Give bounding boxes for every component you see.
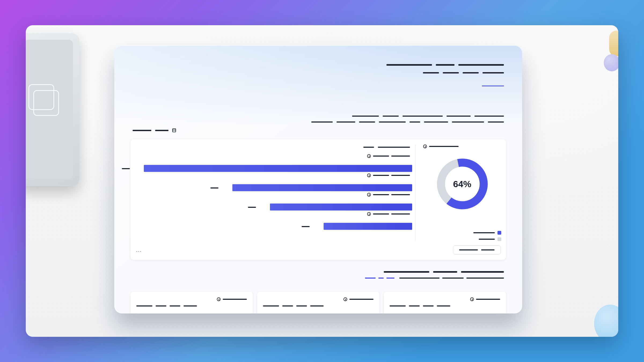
page-title <box>133 64 504 66</box>
info-icon[interactable] <box>367 173 371 177</box>
bar-label <box>210 185 218 190</box>
calendar-icon[interactable] <box>172 128 176 132</box>
dashboard-window: 64% … <box>114 45 522 313</box>
tab[interactable] <box>399 278 504 279</box>
header-nav[interactable] <box>133 72 504 73</box>
donut-panel: 64% <box>415 145 501 241</box>
bar-label <box>122 166 130 171</box>
bar <box>270 204 412 210</box>
mini-card[interactable] <box>257 291 379 313</box>
legend-item <box>473 231 501 235</box>
prop-tablet <box>26 33 79 186</box>
nav-item[interactable] <box>482 72 504 73</box>
nav-item[interactable] <box>443 72 459 73</box>
mini-card-row <box>130 291 506 313</box>
bar-chart <box>135 145 412 241</box>
info-icon[interactable] <box>423 145 427 148</box>
prop-top-right <box>597 31 618 76</box>
mini-card[interactable] <box>384 291 506 313</box>
info-icon[interactable] <box>367 212 371 216</box>
tab[interactable] <box>365 278 394 279</box>
donut-center-label: 64% <box>434 156 491 212</box>
card-footer: … <box>136 245 501 254</box>
subheader <box>133 116 504 123</box>
prop-bottom-right <box>594 305 618 337</box>
info-icon[interactable] <box>217 297 221 301</box>
mini-card[interactable] <box>130 291 253 313</box>
metrics-card: 64% … <box>130 139 506 260</box>
nav-item[interactable] <box>463 72 479 73</box>
section-title <box>133 128 176 132</box>
legend-item <box>473 237 501 241</box>
info-icon[interactable] <box>343 297 347 301</box>
card-action-button[interactable] <box>453 245 501 254</box>
section-2-header <box>133 271 504 279</box>
donut-legend <box>473 228 501 241</box>
info-icon[interactable] <box>367 193 371 197</box>
footer-ellipsis[interactable]: … <box>136 246 142 253</box>
chart-title <box>363 147 410 148</box>
section-2-tabs[interactable] <box>133 278 504 279</box>
bar-label <box>302 224 310 229</box>
scene-background: 64% … <box>26 25 618 337</box>
nav-active-underline <box>482 86 504 86</box>
donut-chart: 64% <box>434 156 491 212</box>
bar-label <box>248 205 256 209</box>
bar <box>144 165 412 172</box>
bar <box>324 223 412 230</box>
info-icon[interactable] <box>367 154 371 158</box>
window-header <box>133 64 504 80</box>
bar <box>232 184 412 191</box>
info-icon[interactable] <box>470 297 474 301</box>
nav-item[interactable] <box>423 72 439 73</box>
donut-title <box>423 145 501 148</box>
